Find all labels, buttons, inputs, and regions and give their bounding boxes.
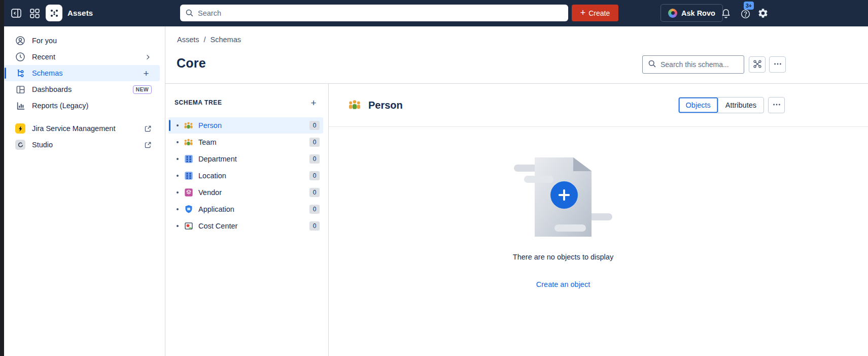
people-icon: [184, 138, 193, 147]
object-count-badge: 0: [309, 154, 320, 164]
sidebar-item-reports-legacy[interactable]: Reports (Legacy): [4, 98, 160, 114]
add-object-type-button[interactable]: +: [308, 97, 319, 108]
building-icon: [184, 171, 193, 181]
sidebar-item-label: Reports (Legacy): [32, 102, 88, 110]
tree-item-label: Location: [198, 172, 226, 180]
tree-item-label: Application: [198, 205, 234, 213]
bell-icon: [720, 8, 732, 19]
sidebar-item-for-you[interactable]: For you: [4, 33, 160, 49]
schema-tree-icon: [15, 68, 25, 78]
tree-item-team[interactable]: Team 0: [168, 134, 323, 150]
assets-app-brand[interactable]: Assets: [46, 5, 93, 21]
external-link-icon: [144, 125, 152, 133]
sidebar-item-label: Dashboards: [32, 85, 72, 93]
schema-search-input[interactable]: [661, 60, 739, 69]
view-tabs: Objects Attributes: [678, 97, 764, 113]
breadcrumb: Assets / Schemas: [177, 36, 241, 44]
notifications-button[interactable]: [719, 7, 733, 20]
ellipsis-icon: [773, 59, 782, 70]
top-navigation: Assets + Create Ask Rovo: [0, 0, 868, 26]
sidebar-toggle-button[interactable]: [10, 7, 23, 20]
schema-more-button[interactable]: [769, 56, 786, 73]
schema-tree-heading: SCHEMA TREE: [175, 99, 222, 106]
sidebar-item-studio[interactable]: Studio: [4, 137, 160, 153]
breadcrumb-schemas[interactable]: Schemas: [211, 36, 241, 44]
ask-rovo-button[interactable]: Ask Rovo: [661, 4, 723, 22]
sidebar-item-dashboards[interactable]: Dashboards NEW: [4, 81, 160, 98]
tree-item-cost-center[interactable]: Cost Center 0: [168, 218, 323, 234]
gear-icon: [757, 8, 769, 19]
tree-item-application[interactable]: Application 0: [168, 201, 323, 217]
new-badge: NEW: [133, 85, 152, 94]
page-title: Core: [177, 56, 206, 71]
bullet-icon: [177, 175, 179, 177]
tree-item-label: Cost Center: [198, 222, 237, 230]
sidebar-item-label: Schemas: [32, 69, 62, 77]
object-count-badge: 0: [309, 205, 320, 214]
tree-item-label: Person: [198, 121, 222, 130]
app-switcher-button[interactable]: [28, 7, 41, 20]
tree-item-vendor[interactable]: Vendor 0: [168, 184, 323, 201]
tree-item-location[interactable]: Location 0: [168, 168, 323, 184]
object-count-badge: 0: [309, 188, 320, 197]
object-graph-button[interactable]: [749, 56, 766, 73]
breadcrumb-separator: /: [204, 36, 206, 44]
create-object-link[interactable]: Create an object: [536, 280, 590, 288]
tree-item-label: Department: [198, 155, 237, 163]
assets-logo-icon: [46, 5, 62, 21]
sidebar-collapse-icon: [11, 8, 22, 19]
person-circle-icon: [15, 36, 25, 46]
tree-item-department[interactable]: Department 0: [168, 151, 323, 167]
object-count-badge: 0: [309, 121, 320, 130]
empty-state-illustration: [505, 156, 621, 242]
clock-icon: [15, 52, 25, 62]
tab-objects[interactable]: Objects: [679, 98, 718, 113]
object-type-more-button[interactable]: [768, 97, 785, 113]
tree-item-person[interactable]: Person 0: [168, 117, 323, 134]
chevron-right-icon[interactable]: [144, 53, 152, 61]
tree-item-label: Team: [198, 138, 216, 146]
illustration-stripe: [524, 176, 553, 183]
bullet-icon: [177, 208, 179, 210]
object-count-badge: 0: [309, 221, 320, 231]
create-button[interactable]: + Create: [572, 5, 618, 21]
sidebar: For you Recent Schemas + Dashboards N: [4, 26, 165, 356]
help-button[interactable]: 3+: [739, 7, 752, 20]
bullet-icon: [177, 124, 179, 126]
tree-item-label: Vendor: [198, 188, 222, 197]
settings-button[interactable]: [756, 7, 770, 20]
external-link-icon: [144, 141, 152, 149]
people-icon: [348, 99, 361, 112]
shield-icon: [184, 205, 193, 214]
global-search-input[interactable]: [198, 9, 563, 17]
layers-icon: [184, 188, 193, 198]
help-icon: [740, 9, 751, 19]
schema-search[interactable]: [642, 55, 744, 74]
add-schema-button[interactable]: +: [141, 68, 152, 79]
sidebar-item-label: Jira Service Management: [32, 124, 115, 133]
bullet-icon: [177, 225, 179, 227]
create-button-label: Create: [588, 9, 610, 17]
app-title: Assets: [67, 9, 93, 17]
global-search[interactable]: [180, 5, 568, 21]
app-grid-icon: [29, 8, 40, 19]
object-type-panel: Person Objects Attributes: [329, 84, 868, 356]
people-icon: [184, 121, 193, 131]
object-count-badge: 0: [309, 138, 320, 147]
rovo-logo-icon: [668, 9, 677, 18]
search-icon: [185, 9, 194, 17]
sidebar-item-jira-service-management[interactable]: Jira Service Management: [4, 120, 160, 137]
cost-center-icon: [184, 221, 193, 231]
empty-state: There are no objects to display Create a…: [329, 127, 797, 289]
breadcrumb-assets[interactable]: Assets: [177, 36, 199, 44]
plus-icon: +: [580, 8, 586, 17]
bar-chart-icon: [15, 101, 25, 111]
sidebar-item-schemas[interactable]: Schemas +: [4, 65, 160, 81]
studio-logo: [15, 140, 25, 150]
search-icon: [648, 59, 656, 70]
sidebar-item-label: Recent: [32, 53, 55, 61]
sidebar-item-recent[interactable]: Recent: [4, 49, 160, 65]
object-type-title: Person: [368, 100, 403, 111]
tab-attributes[interactable]: Attributes: [718, 98, 763, 113]
sidebar-item-label: For you: [32, 37, 57, 45]
